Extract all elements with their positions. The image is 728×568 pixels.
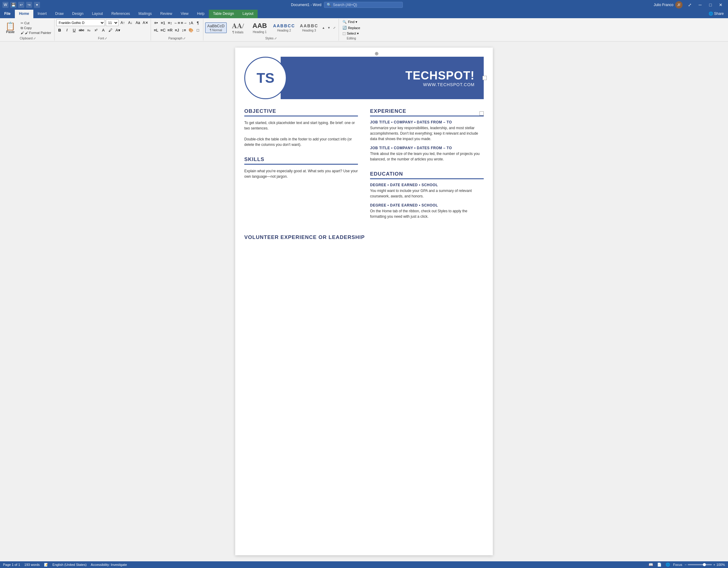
decrease-font-size-button[interactable]: A↓ xyxy=(127,19,134,26)
selection-handle[interactable] xyxy=(479,111,484,115)
align-right-button[interactable]: ≡R xyxy=(167,27,173,33)
job2-body[interactable]: Think about the size of the team you led… xyxy=(370,151,484,162)
paste-button[interactable]: 📋 Paste xyxy=(3,22,18,34)
change-case-button[interactable]: Aa xyxy=(135,19,141,26)
search-input[interactable] xyxy=(333,3,400,7)
tab-home[interactable]: Home xyxy=(15,10,33,18)
styles-scroll-down-button[interactable]: ▼ xyxy=(326,19,331,36)
more-commands-button[interactable]: ▾ xyxy=(34,2,40,8)
clear-formatting-button[interactable]: A✕ xyxy=(142,19,149,26)
user-name: Julio Franco xyxy=(654,3,673,7)
superscript-button[interactable]: x² xyxy=(93,27,99,33)
numbering-button[interactable]: ≡1 xyxy=(160,19,166,26)
clipboard-expand-icon[interactable]: ⤢ xyxy=(33,37,36,40)
tab-design[interactable]: Design xyxy=(68,10,88,18)
redo-button[interactable]: ↪ xyxy=(26,2,32,8)
ribbon-content: 📋 Paste ✂ Cut ⧉ Copy 🖌 🖌 Format Painter xyxy=(0,18,728,41)
document-area[interactable]: TS TECHSPOT! WWW.TECHSPOT.COM ⊕ OBJECTIV… xyxy=(0,42,728,561)
undo-button[interactable]: ↩ xyxy=(18,2,24,8)
move-handle[interactable]: ⊕ xyxy=(375,51,379,56)
styles-scroll-up-button[interactable]: ▲ xyxy=(321,19,326,36)
font-expand-icon[interactable]: ⤢ xyxy=(105,37,107,40)
share-button[interactable]: 🌐 Share xyxy=(704,10,728,18)
font-family-select[interactable]: Franklin Gothic D xyxy=(56,19,105,26)
decrease-indent-button[interactable]: ←≡ xyxy=(174,19,180,26)
skills-body[interactable]: Explain what you're especially good at. … xyxy=(244,168,358,179)
maximize-button[interactable]: □ xyxy=(706,1,715,8)
font-color-button[interactable]: A xyxy=(100,27,107,33)
bullets-button[interactable]: ≡• xyxy=(153,19,159,26)
search-box[interactable]: 🔍 xyxy=(324,2,403,8)
italic-button[interactable]: I xyxy=(64,27,70,33)
styles-expand-button[interactable]: ⤢ xyxy=(332,19,337,36)
show-formatting-button[interactable]: ¶ xyxy=(195,19,201,26)
header-banner[interactable]: TECHSPOT! WWW.TECHSPOT.COM xyxy=(281,57,484,99)
tab-mailings[interactable]: Mailings xyxy=(134,10,156,18)
zoom-in-icon[interactable]: + xyxy=(713,563,715,566)
align-left-button[interactable]: ≡L xyxy=(153,27,159,33)
page: TS TECHSPOT! WWW.TECHSPOT.COM ⊕ OBJECTIV… xyxy=(235,48,493,555)
save-button[interactable]: 💾 xyxy=(10,2,16,8)
copy-button[interactable]: ⧉ Copy xyxy=(19,26,52,30)
tab-file[interactable]: File xyxy=(0,10,15,18)
degree2-body[interactable]: On the Home tab of the ribbon, check out… xyxy=(370,208,484,219)
style-initials[interactable]: 𝐀𝐀/ ¶ Initials xyxy=(227,20,249,35)
replace-button[interactable]: 🔄 Replace xyxy=(341,25,362,30)
subscript-button[interactable]: x₂ xyxy=(85,27,92,33)
cut-button[interactable]: ✂ Cut xyxy=(19,21,52,25)
degree1-body[interactable]: You might want to include your GPA and a… xyxy=(370,188,484,199)
tab-review[interactable]: Review xyxy=(156,10,176,18)
tab-draw[interactable]: Draw xyxy=(51,10,68,18)
tab-layout[interactable]: Layout xyxy=(88,10,107,18)
increase-indent-button[interactable]: ≡→ xyxy=(181,19,187,26)
bold-button[interactable]: B xyxy=(56,27,63,33)
zoom-control[interactable]: − + 100% xyxy=(685,563,725,566)
underline-button[interactable]: U xyxy=(71,27,78,33)
tab-table-design[interactable]: Table Design xyxy=(209,10,238,18)
objective-body[interactable]: To get started, click placeholder text a… xyxy=(244,120,358,147)
style-h2-label: Heading 2 xyxy=(277,29,291,32)
ribbon-display-button[interactable]: ⤢ xyxy=(685,1,695,8)
tab-insert[interactable]: Insert xyxy=(33,10,51,18)
font-row1: Franklin Gothic D 11 A↑ A↓ Aa A✕ xyxy=(56,19,149,26)
strikethrough-button[interactable]: abc xyxy=(78,27,85,33)
line-spacing-button[interactable]: ↕≡ xyxy=(181,27,187,33)
justify-button[interactable]: ≡J xyxy=(174,27,180,33)
increase-font-size-button[interactable]: A↑ xyxy=(119,19,126,26)
tab-help[interactable]: Help xyxy=(193,10,209,18)
borders-button[interactable]: □ xyxy=(195,27,201,33)
find-button[interactable]: 🔍 Find ▾ xyxy=(341,19,359,25)
sort-button[interactable]: ↕A xyxy=(188,19,194,26)
font-size-select[interactable]: 11 xyxy=(106,19,119,26)
print-layout-button[interactable]: 📄 xyxy=(656,562,662,567)
close-button[interactable]: ✕ xyxy=(716,1,726,8)
title-bar-center: Document1 - Word 🔍 xyxy=(40,2,654,8)
style-heading3[interactable]: AABBC Heading 3 xyxy=(298,22,321,33)
format-painter-button[interactable]: 🖌 🖌 Format Painter xyxy=(19,31,52,35)
cut-label: Cut xyxy=(24,21,29,25)
multilevel-list-button[interactable]: ≡↕ xyxy=(167,19,173,26)
highlight-button[interactable]: 🖊 xyxy=(107,27,114,33)
minimize-button[interactable]: ─ xyxy=(695,1,705,8)
resume-header: TS TECHSPOT! WWW.TECHSPOT.COM ⊕ xyxy=(244,57,484,99)
style-normal[interactable]: AaBbCcD ¶ Normal xyxy=(205,22,227,33)
tab-view[interactable]: View xyxy=(176,10,193,18)
web-layout-button[interactable]: 🌐 xyxy=(665,562,671,567)
zoom-slider[interactable] xyxy=(688,564,712,565)
paragraph-expand-icon[interactable]: ⤢ xyxy=(183,37,185,40)
align-center-button[interactable]: ≡C xyxy=(160,27,166,33)
read-mode-button[interactable]: 📖 xyxy=(648,562,654,567)
job1-body[interactable]: Summarize your key responsibilities, lea… xyxy=(370,125,484,142)
shading-button[interactable]: 🎨 xyxy=(188,27,194,33)
experience-section: EXPERIENCE JOB TITLE • COMPANY • DATES F… xyxy=(370,108,484,162)
tab-references[interactable]: References xyxy=(107,10,134,18)
select-button[interactable]: ⬚ Select ▾ xyxy=(341,31,361,36)
focus-button[interactable]: Focus xyxy=(673,563,682,566)
tab-table-layout[interactable]: Layout xyxy=(238,10,258,18)
zoom-out-icon[interactable]: − xyxy=(685,563,686,566)
style-heading1[interactable]: AAB Heading 1 xyxy=(249,21,270,35)
styles-expand-icon[interactable]: ⤢ xyxy=(274,37,277,40)
style-heading2[interactable]: AABBCC Heading 2 xyxy=(271,22,297,33)
resize-handle[interactable] xyxy=(483,76,487,80)
font-effects-button[interactable]: A▾ xyxy=(115,27,121,33)
